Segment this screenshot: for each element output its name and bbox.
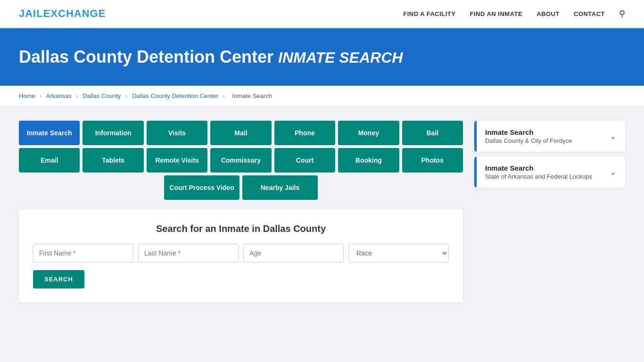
tab-photos[interactable]: Photos xyxy=(402,148,463,173)
search-icon[interactable]: ⚲ xyxy=(619,8,625,19)
tab-nearby-jails[interactable]: Nearby Jails xyxy=(242,175,318,200)
tabs-row-1: Inmate Search Information Visits Mail Ph… xyxy=(19,121,463,145)
sidebar-card-1-subtitle: Dallas County & City of Fordyce xyxy=(485,137,572,144)
tab-tablets[interactable]: Tablets xyxy=(83,148,143,173)
hero-section: Dallas County Detention Center INMATE SE… xyxy=(0,28,644,86)
tab-court[interactable]: Court xyxy=(274,148,335,173)
chevron-down-icon-2: ⌄ xyxy=(610,167,617,177)
sidebar-card-2-title: Inmate Search xyxy=(485,164,592,172)
last-name-input[interactable] xyxy=(138,244,239,263)
left-column: Inmate Search Information Visits Mail Ph… xyxy=(19,121,463,303)
chevron-down-icon: ⌄ xyxy=(610,131,617,141)
nav-contact[interactable]: CONTACT xyxy=(574,10,605,17)
nav-about[interactable]: ABOUT xyxy=(537,10,560,17)
race-select[interactable]: Race White Black Hispanic Asian Other xyxy=(348,244,449,263)
sidebar-card-1-header[interactable]: Inmate Search Dallas County & City of Fo… xyxy=(474,121,625,152)
tab-visits[interactable]: Visits xyxy=(147,121,207,145)
search-button[interactable]: SEARCH xyxy=(33,270,84,288)
tab-remote-visits[interactable]: Remote Visits xyxy=(147,148,207,173)
tabs-row-3: Court Process Video Nearby Jails xyxy=(19,175,463,200)
tabs-section: Inmate Search Information Visits Mail Ph… xyxy=(19,121,463,200)
breadcrumb: Home › Arkansas › Dallas County › Dallas… xyxy=(0,86,644,107)
tab-booking[interactable]: Booking xyxy=(338,148,399,173)
nav-find-inmate[interactable]: FIND AN INMATE xyxy=(470,10,522,17)
tab-mail[interactable]: Mail xyxy=(210,121,271,145)
tab-phone[interactable]: Phone xyxy=(274,121,335,145)
nav-links: FIND A FACILITY FIND AN INMATE ABOUT CON… xyxy=(403,8,625,19)
nav-find-facility[interactable]: FIND A FACILITY xyxy=(403,10,455,17)
breadcrumb-current: Inmate Search xyxy=(232,92,272,99)
site-logo[interactable]: JAILEXCHANGE xyxy=(19,8,106,20)
sidebar-card-2-subtitle: State of Arkansas and Federal Lockups xyxy=(485,173,592,180)
search-form-container: Search for an Inmate in Dallas County Ra… xyxy=(19,209,463,303)
breadcrumb-dallas-county[interactable]: Dallas County xyxy=(83,92,121,99)
sidebar-card-2-header[interactable]: Inmate Search State of Arkansas and Fede… xyxy=(474,156,625,188)
sidebar-card-1-title: Inmate Search xyxy=(485,128,572,136)
tab-money[interactable]: Money xyxy=(338,121,399,145)
tab-court-process-video[interactable]: Court Process Video xyxy=(164,175,239,200)
right-sidebar: Inmate Search Dallas County & City of Fo… xyxy=(474,121,625,192)
tab-email[interactable]: Email xyxy=(19,148,80,173)
sidebar-card-2: Inmate Search State of Arkansas and Fede… xyxy=(474,156,625,188)
tab-bail[interactable]: Bail xyxy=(402,121,463,145)
tab-inmate-search[interactable]: Inmate Search xyxy=(19,121,80,145)
main-content: Inmate Search Information Visits Mail Ph… xyxy=(0,107,644,317)
main-nav: JAILEXCHANGE FIND A FACILITY FIND AN INM… xyxy=(0,0,644,28)
tabs-row-2: Email Tablets Remote Visits Commissary C… xyxy=(19,148,463,173)
first-name-input[interactable] xyxy=(33,244,133,263)
breadcrumb-home[interactable]: Home xyxy=(19,92,35,99)
age-input[interactable] xyxy=(243,244,344,263)
page-title: Dallas County Detention Center INMATE SE… xyxy=(19,47,625,67)
search-inputs: Race White Black Hispanic Asian Other xyxy=(33,244,449,263)
tab-commissary[interactable]: Commissary xyxy=(210,148,271,173)
breadcrumb-detention-center[interactable]: Dallas County Detention Center xyxy=(132,92,218,99)
tab-information[interactable]: Information xyxy=(83,121,143,145)
logo-jail: JAIL xyxy=(19,8,43,19)
sidebar-card-1: Inmate Search Dallas County & City of Fo… xyxy=(474,121,625,152)
breadcrumb-arkansas[interactable]: Arkansas xyxy=(46,92,72,99)
logo-exchange: EXCHANGE xyxy=(43,8,106,19)
search-form-title: Search for an Inmate in Dallas County xyxy=(33,223,449,234)
